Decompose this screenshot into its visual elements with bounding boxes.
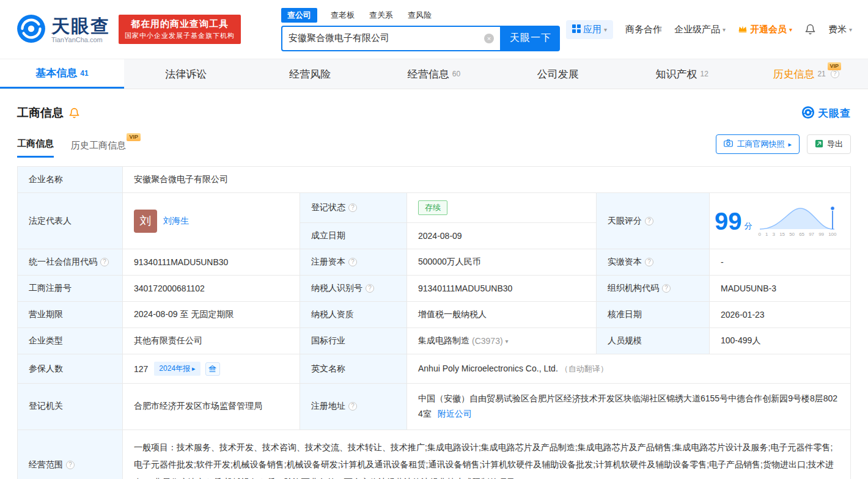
company-name: 安徽聚合微电子有限公司	[134, 174, 228, 184]
subtab-history-business-info[interactable]: VIP 历史工商信息	[71, 140, 126, 158]
field-label: 登记状态	[311, 202, 345, 212]
tab-operating-info[interactable]: 经营信息60	[372, 59, 496, 89]
bank-building-icon[interactable]	[205, 362, 220, 376]
english-name: Anhui Poly Microelectronics Co., Ltd.	[418, 364, 558, 373]
field-label: 工商注册号	[29, 283, 72, 293]
org-code: MADU5UNB-3	[721, 283, 776, 293]
tab-label: 历史信息	[773, 67, 814, 81]
search-input[interactable]	[289, 33, 484, 43]
table-row: 登记机关 合肥市经济开发区市场监督管理局 注册地址? 中国（安徽）自由贸易试验区…	[18, 384, 851, 430]
registration-number: 340172000681102	[134, 283, 205, 293]
snapshot-button-label: 工商官网快照	[737, 139, 784, 150]
help-icon[interactable]: ?	[662, 284, 671, 293]
username: 费米	[828, 24, 847, 35]
tab-count: 21	[817, 70, 825, 78]
insured-count: 127	[134, 364, 148, 374]
industry-value: 集成电路制造	[418, 335, 469, 346]
paid-capital: -	[721, 257, 724, 267]
help-icon[interactable]: ?	[645, 258, 653, 266]
chevron-right-icon: ▸	[192, 365, 196, 373]
annual-report-label: 2024年报	[159, 364, 190, 374]
tab-label: 基本信息	[35, 66, 77, 80]
field-label: 企业类型	[29, 335, 63, 345]
tab-intellectual-property[interactable]: 知识产权12	[620, 59, 744, 89]
chevron-down-icon: ▾	[506, 338, 509, 345]
cooperation-menu[interactable]: 商务合作	[625, 24, 662, 35]
score-axis-tick: 15	[779, 232, 785, 237]
company-nav-tabs: 基本信息41 法律诉讼 经营风险 经营信息60 公司发展 知识产权12 VIP …	[0, 59, 868, 89]
search-tab-relation[interactable]: 查关系	[368, 8, 394, 23]
score-axis-tick: 99	[818, 232, 824, 237]
field-label: 登记机关	[29, 401, 63, 411]
field-label: 企业名称	[29, 174, 63, 184]
field-label: 英文名称	[311, 364, 345, 373]
export-icon	[815, 139, 823, 150]
approval-date: 2026-01-23	[721, 310, 765, 320]
tab-label: 知识产权	[656, 67, 697, 81]
nearby-companies-link[interactable]: 附近公司	[438, 409, 472, 419]
official-snapshot-button[interactable]: 工商官网快照 ▸	[716, 134, 800, 154]
help-icon[interactable]: ?	[348, 203, 357, 212]
tianyancha-logo[interactable]: 天眼查 TianYanCha.com	[16, 13, 110, 46]
search-button[interactable]: 天眼一下	[501, 26, 560, 51]
tab-count: 41	[80, 69, 88, 78]
export-button[interactable]: 导出	[807, 134, 851, 154]
help-icon[interactable]: ?	[66, 461, 75, 469]
field-label: 成立日期	[311, 230, 345, 240]
field-label: 组织机构代码	[608, 283, 659, 293]
field-label: 法定代表人	[29, 216, 72, 225]
user-menu[interactable]: 费米 ▾	[828, 24, 852, 35]
tab-legal-proceedings[interactable]: 法律诉讼	[124, 59, 248, 89]
notification-bell-icon[interactable]	[804, 24, 816, 35]
chevron-down-icon: ▾	[723, 26, 726, 33]
help-icon[interactable]: ?	[348, 402, 357, 411]
vip-badge: VIP	[828, 62, 842, 70]
legal-rep-link[interactable]: 刘海生	[163, 216, 189, 227]
search-input-wrap: ×	[281, 26, 501, 51]
tianyancha-logo-icon	[16, 13, 46, 46]
registered-address: 中国（安徽）自由贸易试验区合肥片区经济技术开发区块临湖社区锦绣大道6155号中德…	[418, 393, 837, 419]
monitor-bell-icon[interactable]	[68, 108, 80, 119]
tab-basic-info[interactable]: 基本信息41	[0, 59, 124, 89]
enterprise-menu[interactable]: 企业级产品 ▾	[674, 24, 726, 35]
help-icon[interactable]: ?	[831, 70, 839, 78]
legal-rep-avatar[interactable]: 刘	[134, 210, 157, 233]
field-label: 营业期限	[29, 309, 63, 319]
tab-operating-risk[interactable]: 经营风险	[248, 59, 372, 89]
score-unit: 分	[745, 221, 752, 232]
field-label: 参保人数	[29, 364, 63, 373]
tab-company-development[interactable]: 公司发展	[496, 59, 620, 89]
taxpayer-quality: 增值税一般纳税人	[418, 309, 487, 319]
tab-history-info[interactable]: VIP 历史信息21 ?	[744, 59, 868, 89]
table-row: 统一社会信用代码? 91340111MADU5UNB30 注册资本? 50000…	[18, 249, 851, 276]
help-icon[interactable]: ?	[366, 284, 374, 293]
field-label: 人员规模	[608, 335, 642, 345]
establish-date: 2024-08-09	[418, 231, 462, 241]
field-label: 统一社会信用代码	[29, 257, 97, 266]
search-tab-company[interactable]: 查公司	[281, 8, 317, 23]
tab-label: 公司发展	[537, 67, 579, 81]
apps-menu[interactable]: 应用 ▾	[566, 20, 613, 39]
score-axis: 0 1 3 15 50 65 97 99 100	[757, 232, 838, 237]
clear-icon[interactable]: ×	[484, 34, 494, 43]
annual-report-tag[interactable]: 2024年报 ▸	[154, 362, 200, 376]
snapshot-icon	[724, 139, 733, 149]
table-row: 法定代表人 刘 刘海生 登记状态? 存续 天眼评分? 99 分	[18, 193, 851, 223]
open-vip-menu[interactable]: 开通会员 ▾	[738, 24, 792, 35]
help-icon[interactable]: ?	[645, 217, 653, 225]
score-axis-tick: 97	[809, 232, 814, 237]
search-tab-risk[interactable]: 查风险	[406, 8, 433, 23]
tab-count: 60	[452, 70, 460, 78]
search-tab-boss[interactable]: 查老板	[329, 8, 356, 23]
field-label: 核准日期	[608, 309, 642, 319]
help-icon[interactable]: ?	[348, 258, 357, 266]
tab-label: 经营信息	[408, 67, 449, 81]
industry-dropdown[interactable]: 集成电路制造(C3973) ▾	[418, 335, 585, 346]
subtab-business-info[interactable]: 工商信息	[17, 138, 54, 158]
help-icon[interactable]: ?	[100, 258, 109, 266]
watermark-logo: 天眼查	[801, 106, 851, 121]
table-row: 营业期限 2024-08-09 至 无固定期限 纳税人资质 增值税一般纳税人 核…	[18, 302, 851, 328]
top-menu: 应用 ▾ 商务合作 企业级产品 ▾ 开通会员 ▾ 费米 ▾	[566, 20, 852, 39]
score-axis-tick: 50	[789, 232, 795, 237]
business-scope: 一般项目：技术服务、技术开发、技术咨询、技术交流、技术转让、技术推广;集成电路设…	[134, 442, 834, 479]
